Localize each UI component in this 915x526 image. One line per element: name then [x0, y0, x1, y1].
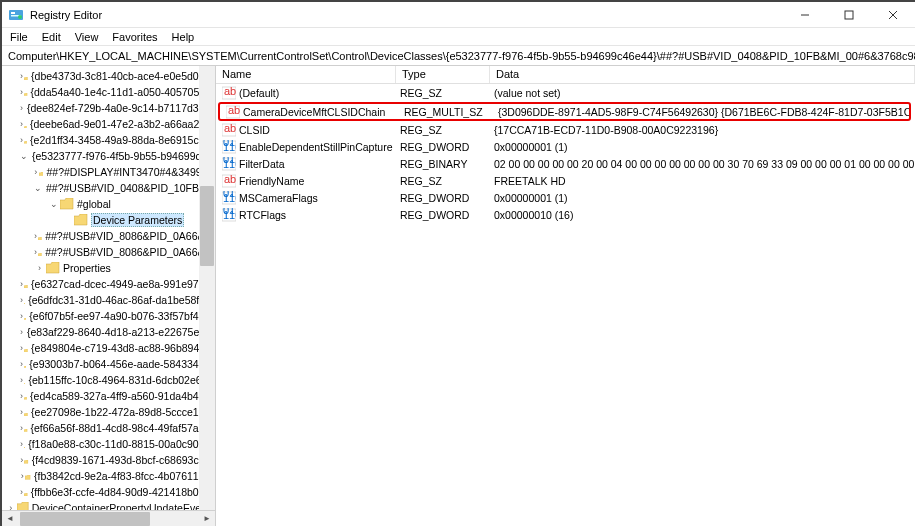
tree-item-label: {e93003b7-b064-456e-aade-5843344… — [29, 358, 215, 370]
tree-item[interactable]: ›{ffbb6e3f-ccfe-4d84-90d9-421418b03… — [2, 484, 215, 500]
tree-item-label: {e6f07b5f-ee97-4a90-b076-33f57bf4e… — [29, 310, 215, 322]
chevron-right-icon[interactable]: › — [20, 119, 23, 130]
folder-icon — [38, 246, 42, 258]
chevron-right-icon[interactable]: › — [34, 231, 37, 242]
chevron-right-icon[interactable]: › — [20, 295, 23, 306]
tree-item[interactable]: ›{deebe6ad-9e01-47e2-a3b2-a66aa2c… — [2, 116, 215, 132]
value-name: MSCameraFlags — [239, 192, 400, 204]
address-bar[interactable]: Computer\HKEY_LOCAL_MACHINE\SYSTEM\Curre… — [2, 46, 915, 66]
tree-item[interactable]: ›{fb3842cd-9e2a-4f83-8fcc-4b076113… — [2, 468, 215, 484]
scroll-left-icon[interactable]: ◄ — [2, 511, 18, 527]
value-data: 0x00000010 (16) — [494, 209, 915, 221]
folder-icon — [24, 70, 28, 82]
tree-item[interactable]: ›{f4cd9839-1671-493d-8bcf-c68693ca… — [2, 452, 215, 468]
chevron-down-icon[interactable]: ⌄ — [20, 151, 28, 162]
menu-edit[interactable]: Edit — [42, 31, 61, 43]
value-name: (Default) — [239, 87, 400, 99]
tree-item[interactable]: ›{dda54a40-1e4c-11d1-a050-405705c… — [2, 84, 215, 100]
chevron-right-icon[interactable]: › — [20, 71, 23, 82]
value-type: REG_DWORD — [400, 141, 494, 153]
chevron-right-icon[interactable]: › — [34, 263, 45, 274]
value-name: FriendlyName — [239, 175, 400, 187]
chevron-right-icon[interactable]: › — [20, 439, 23, 450]
chevron-right-icon[interactable]: › — [20, 407, 23, 418]
value-row[interactable]: abCameraDeviceMftCLSIDChainREG_MULTI_SZ{… — [220, 104, 909, 119]
chevron-right-icon[interactable]: › — [34, 247, 37, 258]
value-row[interactable]: 011110RTCFlagsREG_DWORD0x00000010 (16) — [216, 207, 915, 223]
tree-item[interactable]: ›{e6f07b5f-ee97-4a90-b076-33f57bf4e… — [2, 308, 215, 324]
column-name[interactable]: Name — [216, 66, 396, 83]
chevron-right-icon[interactable]: › — [20, 391, 23, 402]
tree-item[interactable]: ›{dee824ef-729b-4a0e-9c14-b7117d33… — [2, 100, 215, 116]
tree-item[interactable]: ›{dbe4373d-3c81-40cb-ace4-e0e5d05… — [2, 68, 215, 84]
tree-item[interactable]: ›{e93003b7-b064-456e-aade-5843344… — [2, 356, 215, 372]
tree-vertical-scrollbar[interactable] — [199, 66, 215, 510]
value-name: RTCFlags — [239, 209, 400, 221]
value-type: REG_MULTI_SZ — [404, 106, 498, 118]
value-row[interactable]: abFriendlyNameREG_SZFREETALK HD — [216, 173, 915, 189]
tree-item[interactable]: ›##?#USB#VID_8086&PID_0A66&… — [2, 228, 215, 244]
tree-item[interactable]: ›{e849804e-c719-43d8-ac88-96b894c… — [2, 340, 215, 356]
tree-item[interactable]: ⌄{e5323777-f976-4f5b-9b55-b94699c4… — [2, 148, 215, 164]
menu-favorites[interactable]: Favorites — [112, 31, 157, 43]
tree-item[interactable]: ⌄#global — [2, 196, 215, 212]
chevron-right-icon[interactable]: › — [20, 103, 23, 114]
chevron-right-icon[interactable]: › — [20, 487, 23, 498]
chevron-right-icon[interactable]: › — [20, 343, 23, 354]
value-data: 0x00000001 (1) — [494, 192, 915, 204]
string-value-icon: ab — [222, 174, 236, 188]
column-data[interactable]: Data — [490, 66, 915, 83]
tree-item[interactable]: ⌄##?#USB#VID_0408&PID_10FB&… — [2, 180, 215, 196]
tree-horizontal-scrollbar[interactable]: ◄ ► — [2, 510, 215, 526]
window-title: Registry Editor — [30, 9, 783, 21]
tree-item[interactable]: Device Parameters — [2, 212, 215, 228]
chevron-right-icon[interactable]: › — [20, 279, 23, 290]
list-header[interactable]: Name Type Data — [216, 66, 915, 84]
tree-item[interactable]: ›{ee27098e-1b22-472a-89d8-5ccce16… — [2, 404, 215, 420]
tree-item[interactable]: ›{e6327cad-dcec-4949-ae8a-991e976… — [2, 276, 215, 292]
chevron-right-icon[interactable]: › — [20, 359, 23, 370]
chevron-right-icon[interactable]: › — [20, 327, 23, 338]
scroll-right-icon[interactable]: ► — [199, 511, 215, 527]
chevron-right-icon[interactable]: › — [20, 87, 23, 98]
svg-text:ab: ab — [228, 105, 240, 116]
column-type[interactable]: Type — [396, 66, 490, 83]
chevron-right-icon[interactable]: › — [20, 311, 23, 322]
menu-file[interactable]: File — [10, 31, 28, 43]
menu-view[interactable]: View — [75, 31, 99, 43]
chevron-right-icon[interactable]: › — [20, 471, 24, 482]
value-row[interactable]: 011110FilterDataREG_BINARY02 00 00 00 00… — [216, 156, 915, 172]
tree-item-label: ##?#USB#VID_0408&PID_10FB&… — [46, 182, 216, 194]
chevron-right-icon[interactable]: › — [20, 423, 23, 434]
value-row[interactable]: 011110EnableDependentStillPinCaptureREG_… — [216, 139, 915, 155]
tree-item-label: {eb115ffc-10c8-4964-831d-6dcb02e6f… — [28, 374, 215, 386]
tree-item-label: ##?#DISPLAY#INT3470#4&3499f… — [46, 166, 215, 178]
tree-item[interactable]: ›{e6dfdc31-31d0-46ac-86af-da1be58fc… — [2, 292, 215, 308]
tree-item[interactable]: ›Properties — [2, 260, 215, 276]
tree-item[interactable]: ›##?#DISPLAY#INT3470#4&3499f… — [2, 164, 215, 180]
value-row[interactable]: ab(Default)REG_SZ(value not set) — [216, 85, 915, 101]
chevron-right-icon[interactable]: › — [20, 455, 23, 466]
svg-rect-5 — [845, 11, 853, 19]
tree-item[interactable]: ›{ed4ca589-327a-4ff9-a560-91da4b48… — [2, 388, 215, 404]
chevron-right-icon[interactable]: › — [20, 375, 23, 386]
window-controls — [783, 2, 915, 28]
tree-item[interactable]: ›{e2d1ff34-3458-49a9-88da-8e6915ce… — [2, 132, 215, 148]
chevron-right-icon[interactable]: › — [34, 167, 38, 178]
menu-help[interactable]: Help — [172, 31, 195, 43]
tree-item[interactable]: ›{ef66a56f-88d1-4cd8-98c4-49faf57ad… — [2, 420, 215, 436]
value-row[interactable]: 011110MSCameraFlagsREG_DWORD0x00000001 (… — [216, 190, 915, 206]
maximize-button[interactable] — [827, 2, 871, 28]
tree-item[interactable]: ›{eb115ffc-10c8-4964-831d-6dcb02e6f… — [2, 372, 215, 388]
tree-item-label: {fb3842cd-9e2a-4f83-8fcc-4b076113… — [34, 470, 215, 482]
chevron-down-icon[interactable]: ⌄ — [34, 183, 42, 194]
minimize-button[interactable] — [783, 2, 827, 28]
value-row[interactable]: abCLSIDREG_SZ{17CCA71B-ECD7-11D0-B908-00… — [216, 122, 915, 138]
tree-item[interactable]: ›##?#USB#VID_8086&PID_0A66&… — [2, 244, 215, 260]
close-button[interactable] — [871, 2, 915, 28]
chevron-down-icon[interactable]: ⌄ — [48, 199, 59, 210]
chevron-right-icon[interactable]: › — [20, 135, 23, 146]
tree-item[interactable]: ›{e83af229-8640-4d18-a213-e22675eb… — [2, 324, 215, 340]
folder-icon — [24, 486, 28, 498]
tree-item[interactable]: ›{f18a0e88-c30c-11d0-8815-00a0c906… — [2, 436, 215, 452]
